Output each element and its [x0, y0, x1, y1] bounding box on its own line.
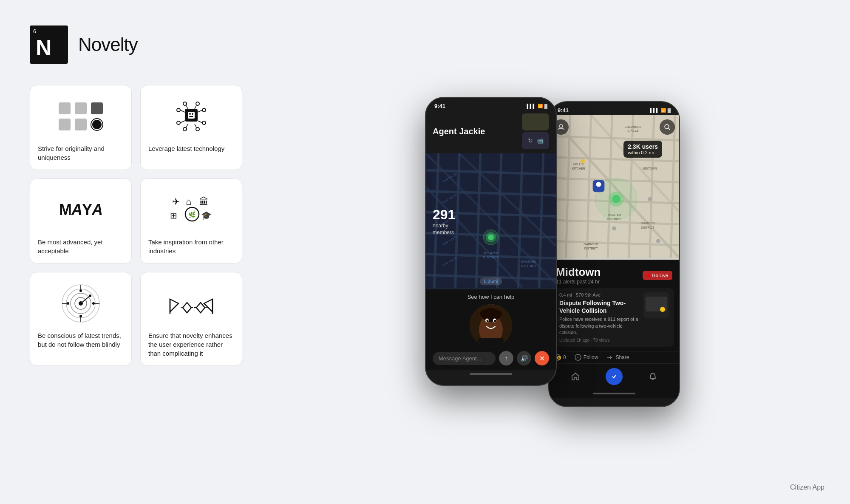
- card-enhance-label: Ensure that novelty enhances the user ex…: [148, 331, 234, 358]
- sq2: [75, 102, 87, 114]
- phones-container: 9:41 ▌▌▌ 📶 ▓ Agent Jackie ↻ 📹: [425, 97, 680, 407]
- svg-text:HELL'S: HELL'S: [573, 163, 584, 166]
- nav-shield[interactable]: [606, 368, 623, 385]
- svg-text:🎓: 🎓: [201, 210, 212, 221]
- svg-point-3: [192, 113, 193, 115]
- svg-marker-48: [204, 299, 212, 312]
- originality-icon: [59, 102, 103, 130]
- svg-point-9: [202, 108, 206, 112]
- incident-actions: 😐 0 + Follow Share: [549, 351, 679, 363]
- p2-battery-icon: ▓: [668, 108, 671, 113]
- follow-action[interactable]: + Follow: [575, 354, 598, 361]
- svg-point-37: [67, 302, 69, 305]
- svg-point-123: [612, 195, 620, 204]
- svg-text:DIAMOND: DIAMOND: [521, 260, 537, 263]
- camera-icon[interactable]: 📹: [536, 137, 544, 144]
- p2-home-bar: [593, 393, 635, 394]
- p2-status-bar: 9:41 ▌▌▌ 📶 ▓: [549, 102, 679, 115]
- follow-label: Follow: [584, 354, 598, 360]
- svg-marker-43: [170, 299, 178, 312]
- home-bar: [470, 373, 512, 375]
- message-input[interactable]: Message Agent...: [433, 352, 496, 365]
- svg-point-5: [177, 108, 180, 112]
- go-live-button[interactable]: Go Live: [643, 271, 672, 280]
- svg-point-2: [189, 113, 191, 115]
- card-trends-icon-area: [38, 280, 124, 327]
- incident-meta: Updated 1h ago · 78 views: [559, 338, 639, 343]
- svg-point-39: [92, 302, 95, 305]
- svg-line-16: [195, 105, 196, 109]
- live-dot: [647, 274, 650, 277]
- go-live-label: Go Live: [652, 273, 668, 278]
- logo-box: 6 N: [30, 25, 68, 64]
- incident-thumb-svg: [643, 292, 669, 318]
- p2-map-svg: COLUMBUS CIRCLE HELL'S KITCHEN MIDTOWN T…: [549, 115, 679, 258]
- nav-bell[interactable]: [644, 368, 661, 385]
- svg-text:⊞: ⊞: [170, 211, 177, 220]
- nav-home[interactable]: [567, 368, 584, 385]
- citizen-app-label: Citizen App: [790, 484, 824, 491]
- sq3: [91, 102, 103, 114]
- svg-text:CIRCLE: CIRCLE: [628, 129, 639, 132]
- svg-text:DIAMOND: DIAMOND: [641, 222, 655, 225]
- svg-marker-47: [196, 303, 205, 313]
- phone-2: 9:41 ▌▌▌ 📶 ▓: [548, 101, 680, 407]
- svg-point-117: [612, 227, 616, 231]
- card-technology-label: Leverage latest technology: [148, 144, 224, 153]
- p2-home-indicator: [549, 389, 679, 398]
- refresh-icon[interactable]: ↻: [528, 137, 533, 144]
- share-action[interactable]: Share: [606, 354, 629, 361]
- mic-button[interactable]: 🔊: [517, 351, 531, 365]
- right-panel: 9:41 ▌▌▌ 📶 ▓ Agent Jackie ↻ 📹: [272, 0, 850, 504]
- svg-point-115: [581, 159, 585, 164]
- card-enhance-icon-area: [148, 280, 234, 327]
- p2-bottom: Midtown 11 alerts past 24 hr Go Live 0.4…: [549, 260, 679, 398]
- home-indicator: [426, 370, 556, 378]
- p2-search-button[interactable]: [660, 119, 675, 135]
- follow-icon: +: [575, 354, 581, 361]
- svg-point-40: [79, 289, 82, 292]
- svg-line-8: [180, 121, 185, 123]
- card-enhance: Ensure that novelty enhances the user ex…: [140, 272, 242, 366]
- svg-point-7: [177, 121, 180, 125]
- svg-text:DISTRICT: DISTRICT: [483, 255, 499, 259]
- card-advanced: MAYA Be most advanced, yet acceptable: [30, 178, 132, 263]
- svg-point-13: [183, 102, 187, 105]
- card-originality-label: Strive for originality and uniqueness: [38, 144, 124, 162]
- phone-1: 9:41 ▌▌▌ 📶 ▓ Agent Jackie ↻ 📹: [425, 97, 557, 386]
- thumb-video: ↻ 📹: [522, 132, 549, 149]
- agent-face-svg: [470, 304, 512, 347]
- close-button[interactable]: ✕: [535, 351, 549, 365]
- p1-time: 9:41: [434, 103, 445, 109]
- sq1: [59, 102, 71, 114]
- thumb-keyboard: [522, 113, 549, 130]
- maya-icon: MAYA: [59, 201, 102, 219]
- nearby-label: nearbymembers: [433, 223, 455, 236]
- svg-point-15: [196, 102, 199, 105]
- svg-line-12: [198, 121, 202, 123]
- p1-header: Agent Jackie ↻ 📹: [426, 111, 556, 153]
- send-button[interactable]: ↑: [499, 351, 513, 365]
- industry-icons: ✈ ⌂ 🏛 ⊞ 🌿 🎓: [168, 193, 215, 227]
- signal-icon: ▌▌▌: [527, 104, 536, 108]
- svg-text:😐: 😐: [557, 355, 561, 360]
- svg-line-18: [186, 124, 188, 127]
- p2-user-count: 2.3K users: [628, 143, 658, 150]
- logo-letter: N: [36, 35, 52, 60]
- svg-point-119: [648, 197, 652, 201]
- nearby-info: 291 nearbymembers: [433, 207, 455, 236]
- svg-point-86: [487, 320, 489, 322]
- incident-title: Dispute Following Two-Vehicle Collision: [559, 299, 639, 314]
- agent-name: Agent Jackie: [433, 127, 485, 136]
- card-advanced-label: Be most advanced, yet acceptable: [38, 238, 124, 255]
- svg-point-17: [183, 127, 187, 131]
- incident-thumbnail: [643, 292, 669, 318]
- p2-alerts: 11 alerts past 24 hr: [556, 279, 601, 285]
- svg-text:DISTRICT: DISTRICT: [641, 226, 655, 229]
- svg-text:🌿: 🌿: [188, 211, 196, 218]
- card-advanced-icon-area: MAYA: [38, 187, 124, 233]
- see-help-text: See how I can help: [433, 294, 549, 300]
- svg-text:DISTRICT: DISTRICT: [521, 264, 537, 268]
- svg-point-125: [596, 182, 601, 187]
- message-bar: Message Agent... ↑ 🔊 ✕: [433, 351, 549, 365]
